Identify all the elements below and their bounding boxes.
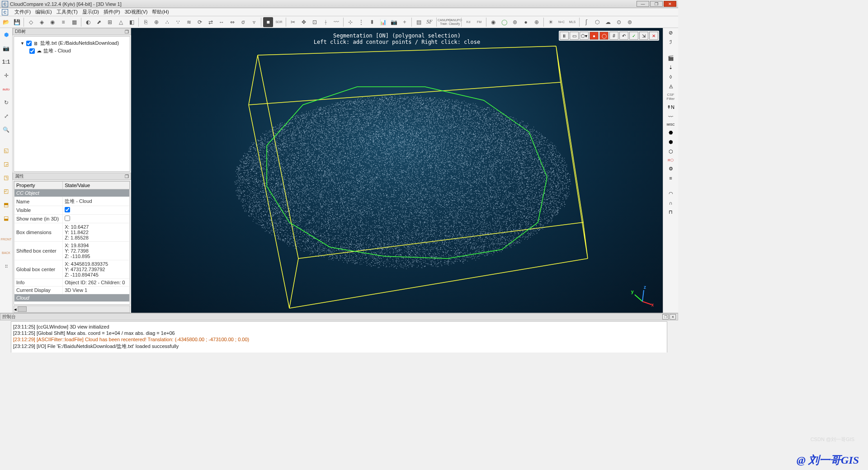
misc-icon[interactable]: MISC (667, 123, 675, 126)
fm-icon[interactable]: FM (474, 17, 484, 27)
sra-icon[interactable]: ⊙ (614, 17, 624, 27)
tree-root-check[interactable] (26, 41, 32, 46)
box2-icon[interactable]: ◲ (1, 159, 11, 169)
pcv-icon[interactable]: ☀ (546, 17, 556, 27)
extra3-icon[interactable]: ⊚ (625, 17, 635, 27)
save-icon[interactable]: 💾 (12, 17, 22, 27)
ra-icon[interactable]: R⬡ (668, 158, 674, 162)
hpr-icon[interactable]: ◉ (488, 17, 498, 27)
plane-icon[interactable]: ◊ (670, 74, 672, 80)
maximize-button[interactable]: ❐ (650, 1, 663, 7)
fit-icon[interactable]: ⤢ (1, 111, 11, 121)
console-log[interactable]: [23:11:25] [ccGLWindow] 3D view initiali… (11, 321, 667, 352)
primitive-icon[interactable]: ◉ (47, 17, 57, 27)
console-close-icon[interactable]: ✕ (670, 314, 676, 320)
section-icon[interactable]: ⟊ (321, 17, 330, 27)
3d-viewport[interactable]: Segmentation [ON] (polygonal selection) … (131, 28, 663, 313)
cross-icon[interactable]: ✛ (1, 70, 11, 80)
add-icon[interactable]: ＋ (400, 17, 410, 27)
zoom-icon[interactable]: 🔍 (1, 125, 11, 135)
hough-icon[interactable]: ◯ (499, 17, 509, 27)
visible-check[interactable] (65, 207, 70, 212)
delete-icon[interactable]: ▦ (69, 17, 79, 27)
nc-icon[interactable]: N≈C (557, 17, 566, 27)
view-iso-icon[interactable]: ⬢ (1, 30, 11, 40)
open-icon[interactable]: 📂 (1, 17, 11, 27)
flickr-icon[interactable]: ∶∶ (1, 261, 11, 271)
filter-icon[interactable]: ▿ (249, 17, 259, 27)
stats-icon[interactable]: σ (238, 17, 248, 27)
segment-icon[interactable]: ✂ (288, 17, 298, 27)
seg-in-icon[interactable]: ● (590, 32, 599, 40)
ransac-icon[interactable]: ʃ (581, 17, 591, 27)
extra2-icon[interactable]: ☁ (603, 17, 613, 27)
seg-cancel-icon[interactable]: ✕ (649, 32, 658, 40)
remove-icon[interactable]: ∵ (173, 17, 183, 27)
clone-icon[interactable]: ⎘ (141, 17, 151, 27)
menu-edit[interactable]: 编辑(E) (35, 9, 52, 15)
gear-icon[interactable]: ⚙ (669, 166, 673, 172)
dist-icon[interactable]: ↔ (217, 17, 226, 27)
seg-poly-icon[interactable]: ⬠▾ (580, 32, 589, 40)
props-hscroll[interactable]: ◂ (14, 306, 130, 313)
kd-icon[interactable]: Kd (463, 17, 473, 27)
properties-table[interactable]: PropertyState/Value CC Object Name盐堆 - C… (14, 181, 130, 305)
octree-icon[interactable]: ⊞ (105, 17, 115, 27)
menu-3dview[interactable]: 3D视图(V) (125, 9, 148, 15)
magnet-icon[interactable]: ∩ (669, 200, 673, 206)
box1-icon[interactable]: ◱ (1, 146, 11, 155)
sf-icon[interactable]: ▤ (414, 17, 424, 27)
mls-icon[interactable]: MLS (567, 17, 577, 27)
register-icon[interactable]: ⟳ (195, 17, 205, 27)
tree-root-row[interactable]: ▼ 🗎 盐堆.txt (E:/BaiduNetdiskDownload) (17, 39, 127, 47)
hex-icon[interactable]: ⬡ (669, 149, 673, 155)
console-undock-icon[interactable]: ❐ (662, 314, 669, 320)
clapper-icon[interactable]: 🎬 (668, 55, 674, 61)
anim-icon[interactable]: ⊘ (669, 30, 673, 36)
seg-out-icon[interactable]: ◯ (599, 32, 609, 40)
tree-child-check[interactable] (29, 48, 35, 54)
auto-icon[interactable]: auto (1, 84, 11, 94)
layers-icon[interactable]: ≡ (669, 175, 672, 181)
merge-icon[interactable]: ⊕ (151, 17, 161, 27)
wave-icon[interactable]: 〰 (668, 114, 673, 119)
seg-pause-icon[interactable]: ⏸ (560, 32, 569, 40)
seg-rect-icon[interactable]: ▭ (570, 32, 579, 40)
showname-check[interactable] (65, 216, 70, 221)
menu-help[interactable]: 帮助(H) (152, 9, 169, 15)
menu-plugins[interactable]: 插件(P) (104, 9, 120, 15)
seg-confirm-icon[interactable]: ✓ (629, 32, 638, 40)
front-icon[interactable]: FRONT (1, 234, 11, 244)
sf2-icon[interactable]: SF (425, 17, 434, 27)
trace-icon[interactable]: 〰 (331, 17, 341, 27)
seg-hash-icon[interactable]: # (609, 32, 618, 40)
arc-icon[interactable]: ◠ (669, 191, 673, 197)
mesh-icon[interactable]: △ (116, 17, 126, 27)
translate-icon[interactable]: ✥ (299, 17, 309, 27)
back-icon[interactable]: BACK (1, 248, 11, 258)
sandbox-icon[interactable]: ◧ (127, 17, 137, 27)
menu-display[interactable]: 显示(D) (82, 9, 99, 15)
menu-tools[interactable]: 工具类(T) (57, 9, 78, 15)
tree-collapse-icon[interactable]: ▼ (20, 41, 24, 46)
seg-clear-icon[interactable]: ↶ (619, 32, 628, 40)
last-icon[interactable]: ⊓ (669, 209, 673, 215)
point-icon[interactable]: ◇ (26, 17, 36, 27)
shield2-icon[interactable]: ⬢ (669, 139, 673, 145)
camera-icon[interactable]: 📷 (1, 43, 11, 53)
box3-icon[interactable]: ◳ (1, 173, 11, 183)
shield-icon[interactable]: ⬣ (669, 130, 673, 136)
ratio-icon[interactable]: 1:1 (1, 57, 11, 67)
extra1-icon[interactable]: ⬡ (592, 17, 602, 27)
pick-icon[interactable]: ⊹ (345, 17, 355, 27)
arrow-n-icon[interactable]: ↟N (667, 104, 675, 110)
camera-icon[interactable]: 📷 (389, 17, 399, 27)
sample-icon[interactable]: ≡ (58, 17, 68, 27)
histo-icon[interactable]: 📊 (378, 17, 388, 27)
level-icon[interactable]: ⬍ (367, 17, 377, 27)
points-icon[interactable]: ◈ (37, 17, 47, 27)
globe-icon[interactable]: ⊕ (532, 17, 542, 27)
pointlist-icon[interactable]: ⋮ (356, 17, 366, 27)
align-icon[interactable]: ⇄ (206, 17, 216, 27)
csf-icon[interactable]: ◬ (669, 83, 673, 89)
